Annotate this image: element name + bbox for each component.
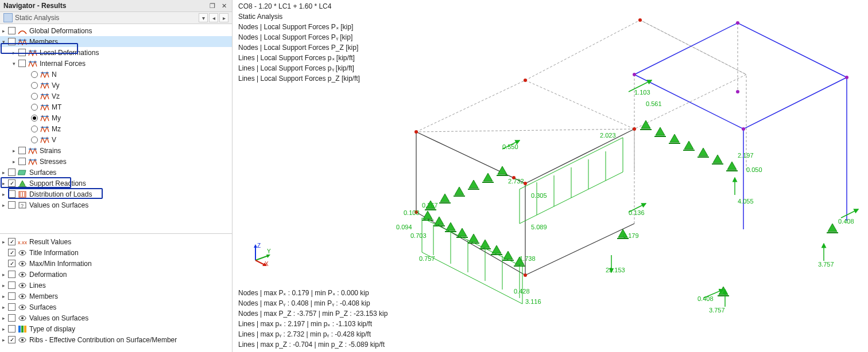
display-item-surfaces[interactable]: ▸ Surfaces [0,302,232,312]
checkbox[interactable] [18,147,26,154]
svg-point-28 [21,339,24,341]
checkbox[interactable] [8,325,16,333]
caret-icon[interactable]: ▸ [0,326,7,333]
checkbox[interactable] [8,336,16,343]
checkbox[interactable] [8,314,16,322]
caret-icon[interactable]: ▸ [0,191,7,198]
tree-item-vy[interactable]: Vy [0,80,232,91]
svg-marker-0 [18,170,26,175]
tree-item-mz[interactable]: Mz [0,123,232,134]
display-item-maxmin-information[interactable]: ▸ Max/Min Information [0,258,232,269]
caret-icon[interactable]: ▸ [0,238,7,245]
checkbox[interactable] [8,179,16,187]
tree-item-stresses[interactable]: ▸ Stresses [0,156,232,167]
svg-text:0.050: 0.050 [746,166,762,173]
radio[interactable] [31,71,38,78]
radio[interactable] [31,104,38,111]
checkbox[interactable] [8,292,16,300]
tree-item-mt[interactable]: MT [0,101,232,112]
svg-text:0.428: 0.428 [514,288,530,295]
checkbox[interactable] [8,201,16,209]
caret-icon[interactable]: ▸ [10,158,17,165]
checkbox[interactable] [18,60,26,67]
display-item-lines[interactable]: ▸ Lines [0,280,232,291]
nav-prev-icon[interactable]: ◂ [209,13,218,22]
tree-item-n[interactable]: N [0,69,232,80]
display-item-deformation[interactable]: ▸ Deformation [0,269,232,280]
tree-item-distribution-of-loads[interactable]: ▸ Distribution of Loads [0,189,232,200]
caret-icon[interactable]: ▸ [0,304,7,311]
svg-text:4.055: 4.055 [738,198,754,205]
checkbox[interactable] [8,260,16,267]
force-icon [40,71,49,79]
checkbox[interactable] [8,271,16,278]
checkbox[interactable] [8,27,16,34]
svg-point-46 [524,79,527,82]
caret-icon[interactable]: ▸ [0,202,7,209]
svg-text:0.561: 0.561 [646,100,662,107]
caret-icon[interactable]: ▸ [10,147,17,154]
display-item-type-of-display[interactable]: ▸ Type of display [0,323,232,334]
nav-next-icon[interactable]: ▸ [219,13,228,22]
svg-point-17 [21,284,24,287]
radio[interactable] [31,82,38,89]
caret-icon[interactable]: ▸ [0,169,7,176]
tree-item-internal-forces[interactable]: ▾ Internal Forces [0,58,232,69]
caret-icon[interactable]: ▸ [0,282,7,289]
tree-item-members[interactable]: ▾ Members [0,36,232,47]
checkbox[interactable] [8,249,16,256]
svg-rect-26 [24,326,26,333]
display-item-ribs[interactable]: ▸ Ribs - Effective Contribution on Surfa… [0,334,232,345]
svg-point-51 [524,273,527,277]
tree-item-values-on-surfaces[interactable]: ▸ ? Values on Surfaces [0,200,232,210]
svg-text:5.089: 5.089 [531,224,547,230]
display-item-members[interactable]: ▸ Members [0,291,232,302]
display-item-values-on-surfaces[interactable]: ▸ Values on Surfaces [0,312,232,323]
svg-point-48 [633,127,636,131]
svg-text:1.103: 1.103 [634,89,650,96]
tree-item-support-reactions[interactable]: ▸ Support Reactions [0,178,232,189]
chevron-down-icon[interactable]: ▾ [199,13,208,22]
caret-icon[interactable]: ▸ [0,337,7,343]
checkbox[interactable] [8,281,16,289]
caret-icon[interactable]: ▾ [10,60,17,67]
model-viewport[interactable]: CO8 - 1.20 * LC1 + 1.60 * LC4 Static Ana… [232,0,868,352]
caret-icon[interactable]: ▸ [0,315,7,322]
tree-item-surfaces[interactable]: ▸ Surfaces [0,167,232,178]
close-icon[interactable]: ✕ [219,1,228,10]
display-item-title-information[interactable]: ▸ Title Information [0,247,232,258]
checkbox[interactable] [18,49,26,56]
checkbox[interactable] [18,158,26,165]
caret-icon[interactable]: ▸ [10,49,17,56]
svg-point-41 [736,21,739,25]
pin-icon[interactable]: ❐ [208,1,217,10]
tree-item-local-deformations[interactable]: ▸ Local Deformations [0,47,232,58]
radio[interactable] [31,126,38,132]
checkbox[interactable] [8,303,16,311]
svg-text:3.757: 3.757 [818,261,834,268]
display-item-result-values[interactable]: ▸ x.xx Result Values [0,236,232,247]
checkbox[interactable] [8,190,16,198]
analysis-dropdown[interactable]: Static Analysis ▾ ◂ ▸ [0,12,232,24]
radio[interactable] [31,136,38,143]
tree-item-vz[interactable]: Vz [0,91,232,101]
radio[interactable] [31,115,38,122]
caret-icon[interactable]: ▸ [0,28,7,34]
checkbox[interactable] [8,38,16,45]
tree-item-my[interactable]: My [0,112,232,123]
caret-icon[interactable]: ▸ [0,271,7,278]
structural-model: 0.550 1.103 0.561 2.023 2.197 0.050 2.73… [232,0,868,352]
caret-icon[interactable]: ▸ [0,293,7,300]
tree-item-global-deformations[interactable]: ▸ Global Deformations [0,25,232,36]
checkbox[interactable] [8,238,16,245]
radio[interactable] [31,93,38,100]
caret-icon[interactable]: ▸ [0,180,7,187]
force-icon [40,81,49,89]
svg-rect-25 [21,326,24,333]
caret-icon[interactable]: ▾ [0,38,7,45]
tree-item-strains[interactable]: ▸ Strains [0,145,232,156]
tree-item-v[interactable]: V [0,134,232,145]
checkbox[interactable] [8,169,16,176]
palette-icon [18,325,27,333]
svg-point-49 [524,182,527,185]
